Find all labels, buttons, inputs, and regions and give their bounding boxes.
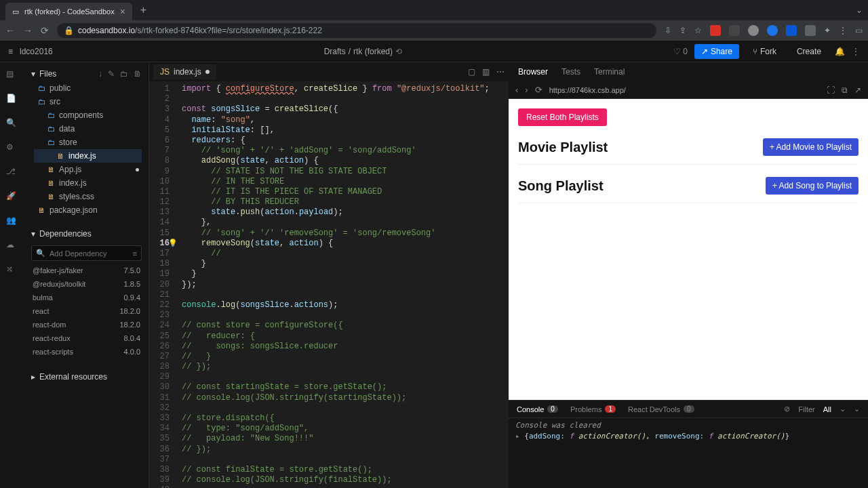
back-icon[interactable]: ← bbox=[5, 25, 15, 36]
new-folder-icon[interactable]: 🗀 bbox=[120, 69, 128, 79]
movie-playlist-title: Movie Playlist bbox=[518, 140, 608, 155]
deploy-icon[interactable]: 🚀 bbox=[6, 191, 18, 203]
tab-problems[interactable]: Problems1 bbox=[570, 405, 616, 413]
ext-icon[interactable] bbox=[786, 25, 797, 36]
filter-all[interactable]: All bbox=[823, 405, 831, 413]
chevron-down-icon[interactable]: ⌄ bbox=[856, 5, 863, 15]
split-icon[interactable]: ▥ bbox=[482, 67, 490, 77]
editor-tabs: JS index.js ▢ ▥ ⋯ bbox=[149, 62, 509, 81]
create-button[interactable]: Create bbox=[790, 44, 828, 59]
url-bar[interactable]: 🔒 codesandbox.io/s/rtk-forked-8746kx?fil… bbox=[57, 23, 656, 38]
breadcrumb-drafts[interactable]: Drafts bbox=[324, 47, 346, 56]
dependency-item[interactable]: react18.2.0 bbox=[31, 304, 142, 318]
menu-icon[interactable]: ≡ bbox=[8, 47, 13, 56]
search-icon[interactable]: 🔍 bbox=[6, 118, 18, 130]
forward-icon[interactable]: → bbox=[23, 25, 33, 36]
preview-iframe: Reset Both Playlists Movie Playlist + Ad… bbox=[509, 99, 868, 400]
reload-icon[interactable]: ⟳ bbox=[41, 25, 49, 36]
file-tree-item[interactable]: 🗀src bbox=[34, 95, 142, 108]
kebab-icon[interactable]: ⋮ bbox=[852, 47, 860, 56]
external-resources-header[interactable]: ▸ External resources bbox=[31, 367, 142, 387]
dependency-item[interactable]: @faker-js/faker7.5.0 bbox=[31, 264, 142, 277]
file-tree-item[interactable]: 🗀public bbox=[34, 81, 142, 95]
dependency-item[interactable]: react-dom18.2.0 bbox=[31, 318, 142, 331]
shuffle-icon[interactable]: ⤭ bbox=[6, 264, 18, 277]
team-icon[interactable]: 👥 bbox=[6, 216, 18, 228]
fork-button[interactable]: ⑂ Fork bbox=[746, 44, 783, 59]
open-icon[interactable]: ↗ bbox=[854, 85, 861, 95]
file-tree-item[interactable]: 🗎index.js bbox=[34, 149, 142, 163]
file-tree-item[interactable]: 🗎index.js bbox=[34, 176, 142, 190]
editor: JS index.js ▢ ▥ ⋯ 1234567891011121314151… bbox=[149, 62, 509, 488]
ext-icon[interactable] bbox=[767, 25, 778, 36]
forward-icon[interactable]: › bbox=[525, 85, 528, 95]
tab-console[interactable]: Console0 bbox=[517, 405, 558, 413]
dependencies-header[interactable]: ▾ Dependencies bbox=[31, 225, 142, 243]
star-icon[interactable]: ☆ bbox=[694, 26, 702, 35]
sync-icon[interactable]: ⟲ bbox=[395, 47, 402, 56]
share-icon[interactable]: ⇪ bbox=[679, 26, 686, 35]
user-name[interactable]: ldco2016 bbox=[20, 47, 53, 56]
filter-label[interactable]: Filter bbox=[798, 405, 814, 413]
tab-react-devtools[interactable]: React DevTools0 bbox=[628, 405, 694, 413]
github-icon[interactable]: ⎇ bbox=[6, 167, 18, 179]
file-tree-item[interactable]: 🗎styles.css bbox=[34, 190, 142, 203]
breadcrumb-project[interactable]: rtk (forked) bbox=[353, 47, 393, 56]
edit-icon[interactable]: ✎ bbox=[108, 69, 115, 79]
close-icon[interactable]: × bbox=[120, 6, 125, 17]
expand-icon[interactable]: ⛶ bbox=[827, 85, 835, 95]
collapse-icon[interactable]: ⌄ bbox=[854, 405, 860, 413]
file-icon[interactable]: 📄 bbox=[6, 94, 18, 106]
ext-icon[interactable] bbox=[748, 25, 759, 36]
file-tree-item[interactable]: 🗀store bbox=[34, 136, 142, 149]
dependency-item[interactable]: react-redux8.0.4 bbox=[31, 331, 142, 345]
preview-url[interactable]: https://8746kx.csb.app/ bbox=[549, 86, 626, 94]
explorer-icon[interactable]: ▤ bbox=[6, 69, 18, 81]
code-area[interactable]: 1234567891011121314151617181920212223242… bbox=[149, 81, 509, 488]
clear-icon[interactable]: ⊘ bbox=[784, 405, 790, 413]
dependency-item[interactable]: react-scripts4.0.0 bbox=[31, 345, 142, 359]
file-tree-item[interactable]: 🗀data bbox=[34, 122, 142, 136]
dependency-item[interactable]: bulma0.9.4 bbox=[31, 291, 142, 304]
layout-icon[interactable]: ▢ bbox=[468, 67, 475, 77]
new-file-icon[interactable]: 🗎 bbox=[134, 69, 142, 79]
console-cleared: Console was cleared bbox=[515, 421, 861, 430]
gear-icon[interactable]: ⚙ bbox=[6, 142, 18, 155]
tab-terminal[interactable]: Terminal bbox=[594, 64, 625, 79]
back-icon[interactable]: ‹ bbox=[515, 85, 518, 95]
server-icon[interactable]: ☁ bbox=[6, 240, 18, 252]
file-tree-item[interactable]: 🗀components bbox=[34, 108, 142, 122]
puzzle-icon[interactable]: ✦ bbox=[824, 26, 831, 35]
add-song-button[interactable]: + Add Song to Playlist bbox=[766, 177, 859, 195]
dependency-item[interactable]: @reduxjs/toolkit1.8.5 bbox=[31, 277, 142, 291]
like-button[interactable]: ♡ 0 bbox=[673, 47, 688, 56]
reload-icon[interactable]: ⟳ bbox=[535, 85, 542, 95]
download-icon[interactable]: ↓ bbox=[98, 69, 102, 79]
ext-icon[interactable] bbox=[710, 25, 721, 36]
file-tree-item[interactable]: 🗎package.json bbox=[34, 203, 142, 217]
files-header[interactable]: ▾ Files ↓ ✎ 🗀 🗎 bbox=[31, 66, 142, 81]
browser-tab[interactable]: ▭ rtk (forked) - CodeSandbox × bbox=[5, 3, 132, 20]
install-icon[interactable]: ⇩ bbox=[665, 26, 671, 35]
tab-browser[interactable]: Browser bbox=[518, 64, 548, 79]
bell-icon[interactable]: 🔔 bbox=[835, 47, 845, 56]
bookmarks-icon[interactable]: ▭ bbox=[855, 26, 863, 35]
file-tree-item[interactable]: 🗎App.js bbox=[34, 163, 142, 176]
more-icon[interactable]: ⋮ bbox=[839, 26, 847, 35]
share-button[interactable]: ↗ Share bbox=[694, 44, 739, 59]
more-icon[interactable]: ⋯ bbox=[496, 67, 505, 77]
add-movie-button[interactable]: + Add Movie to Playlist bbox=[763, 138, 859, 156]
song-playlist-title: Song Playlist bbox=[518, 178, 604, 194]
ext-icon[interactable] bbox=[729, 25, 740, 36]
editor-tab[interactable]: JS index.js bbox=[153, 64, 216, 79]
menu-icon[interactable]: ≡ bbox=[133, 249, 137, 258]
tab-tests[interactable]: Tests bbox=[561, 64, 580, 79]
copy-icon[interactable]: ⧉ bbox=[842, 85, 848, 95]
ext-icon[interactable] bbox=[805, 25, 816, 36]
new-tab-button[interactable]: + bbox=[140, 4, 146, 16]
add-dependency-input[interactable]: 🔍 Add Dependency ≡ bbox=[31, 245, 142, 261]
console-log-line[interactable]: ▸ {addSong: f actionCreator(), removeSon… bbox=[515, 430, 861, 441]
chevron-down-icon[interactable]: ⌄ bbox=[840, 405, 846, 413]
reset-playlists-button[interactable]: Reset Both Playlists bbox=[518, 108, 607, 126]
lightbulb-icon[interactable]: 💡 bbox=[168, 239, 178, 249]
